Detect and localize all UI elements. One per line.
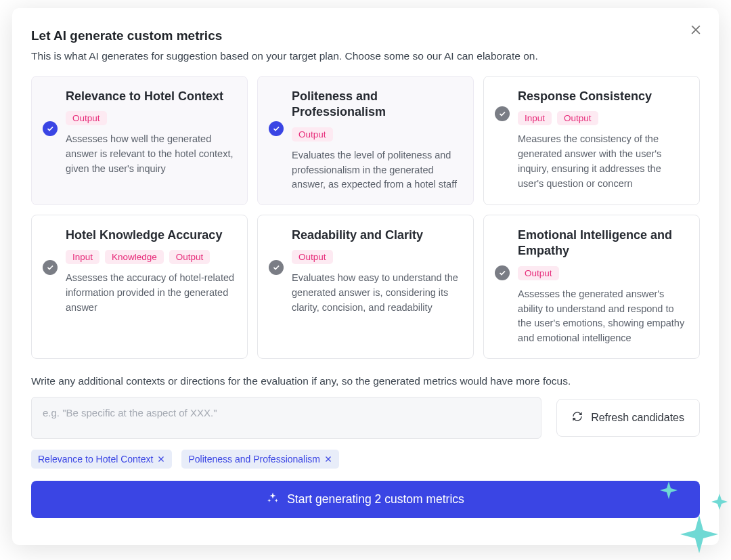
metrics-grid: Relevance to Hotel ContextOutputAssesses… [31,76,700,359]
context-row: Refresh candidates [31,397,700,439]
tag: Input [66,250,99,264]
metric-card[interactable]: Readability and ClarityOutputEvaluates h… [257,215,474,359]
tag: Output [292,127,333,142]
tag-row: Output [292,250,461,264]
tag: Output [169,250,211,264]
start-button-label: Start generating 2 custom metrics [287,492,464,507]
tag-row: Output [66,111,235,125]
refresh-label: Refresh candidates [591,412,684,424]
tag: Input [518,111,552,125]
close-icon[interactable] [689,23,703,37]
selected-chip: Relevance to Hotel Context [31,450,172,469]
remove-chip-icon[interactable] [324,455,332,463]
metric-card-title: Emotional Intelligence and Empathy [518,228,687,259]
metric-card-title: Hotel Knowledge Accuracy [66,228,235,243]
metric-card-description: Assesses the generated answer's ability … [518,287,687,346]
check-circle-icon [495,106,510,121]
custom-metrics-modal: Let AI generate custom metrics This is w… [12,8,719,545]
sparkle-icon [267,492,279,507]
metric-card-description: Evaluates the level of politeness and pr… [292,148,461,192]
metric-card[interactable]: Emotional Intelligence and EmpathyOutput… [483,215,700,359]
metric-card-title: Readability and Clarity [292,228,461,243]
check-circle-icon [43,121,58,136]
metric-card-description: Evaluates how easy to understand the gen… [292,271,461,315]
metric-card[interactable]: Response ConsistencyInputOutputMeasures … [483,76,700,205]
start-generating-button[interactable]: Start generating 2 custom metrics [31,481,700,518]
tag: Knowledge [105,250,164,264]
refresh-button[interactable]: Refresh candidates [556,399,700,437]
metric-card-description: Assesses how well the generated answer i… [66,132,235,176]
tag-row: InputOutput [518,111,687,125]
context-label: Write any additional contexts or directi… [31,375,700,387]
tag-row: InputKnowledgeOutput [66,250,235,264]
metric-card[interactable]: Hotel Knowledge AccuracyInputKnowledgeOu… [31,215,248,359]
metric-card-title: Response Consistency [518,89,687,104]
remove-chip-icon[interactable] [157,455,165,463]
selected-chips-row: Relevance to Hotel ContextPoliteness and… [31,450,700,469]
check-circle-icon [43,260,58,275]
check-circle-icon [269,260,284,275]
tag: Output [292,250,333,264]
chip-label: Politeness and Professionalism [188,454,320,465]
tag-row: Output [518,266,687,280]
metric-card[interactable]: Relevance to Hotel ContextOutputAssesses… [31,76,248,205]
modal-subtitle: This is what AI generates for suggestion… [31,50,700,62]
context-input[interactable] [31,397,541,439]
tag-row: Output [292,127,461,142]
check-circle-icon [269,121,284,136]
tag: Output [66,111,107,125]
chip-label: Relevance to Hotel Context [38,454,153,465]
metric-card-description: Measures the consistency of the generate… [518,132,687,191]
metric-card-title: Politeness and Professionalism [292,89,461,121]
check-circle-icon [495,265,510,280]
selected-chip: Politeness and Professionalism [181,450,339,469]
tag: Output [557,111,598,125]
refresh-icon [572,411,583,425]
metric-card-description: Assesses the accuracy of hotel-related i… [66,271,235,315]
tag: Output [518,266,559,280]
metric-card[interactable]: Politeness and ProfessionalismOutputEval… [257,76,474,205]
modal-title: Let AI generate custom metrics [31,28,700,43]
metric-card-title: Relevance to Hotel Context [66,89,235,104]
